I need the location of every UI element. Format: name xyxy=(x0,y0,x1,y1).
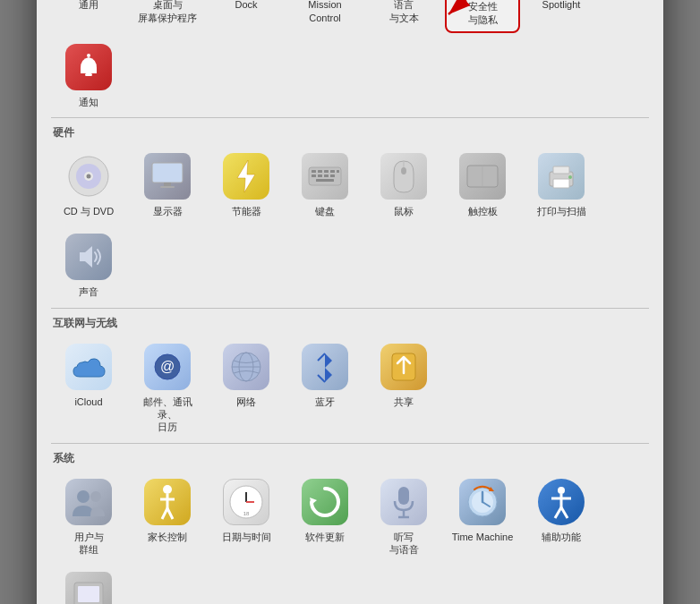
pref-security[interactable]: 安全性与隐私 xyxy=(445,0,520,33)
accessibility-label: 辅助功能 xyxy=(542,531,581,543)
print-label: 打印与扫描 xyxy=(537,205,586,217)
pref-trackpad[interactable]: 触控板 xyxy=(445,146,520,223)
pref-dictation[interactable]: 听写与语音 xyxy=(366,472,441,562)
system-preferences-window: 系统偏好设置 ◀ ▶ 全部显示 🔍 个人 📄 通用 xyxy=(37,0,663,604)
share-label: 共享 xyxy=(394,396,414,408)
pref-timemachine[interactable]: Time Machine xyxy=(445,472,520,562)
svg-rect-39 xyxy=(316,179,334,182)
pref-mission[interactable]: MissionControl xyxy=(287,0,363,33)
pref-desktop[interactable]: 桌面与屏幕保护程序 xyxy=(130,0,205,33)
pref-icloud[interactable]: iCloud xyxy=(51,336,126,439)
trackpad-label: 触控板 xyxy=(468,205,498,217)
display-icon xyxy=(144,153,191,200)
pref-mail[interactable]: @ 邮件、通讯录、日历 xyxy=(130,336,205,439)
svg-rect-34 xyxy=(337,170,339,173)
svg-line-54 xyxy=(318,375,325,382)
svg-text:18: 18 xyxy=(243,511,250,516)
pref-display[interactable]: 显示器 xyxy=(130,146,205,223)
network-icon xyxy=(223,344,269,390)
pref-network[interactable]: 网络 xyxy=(209,336,284,439)
mission-label: MissionControl xyxy=(308,0,341,24)
pref-energy[interactable]: 节能器 xyxy=(209,146,284,223)
pref-spotlight[interactable]: Spotlight xyxy=(524,0,599,33)
svg-rect-33 xyxy=(330,170,335,173)
svg-rect-27 xyxy=(164,183,171,186)
svg-line-80 xyxy=(561,507,568,518)
svg-rect-28 xyxy=(160,186,175,188)
parental-label: 家长控制 xyxy=(148,531,187,543)
svg-point-76 xyxy=(558,487,565,494)
keyboard-label: 键盘 xyxy=(315,205,335,217)
pref-software[interactable]: 软件更新 xyxy=(287,472,363,562)
pref-dvd[interactable]: CD 与 DVD xyxy=(51,146,126,223)
pref-keyboard[interactable]: 键盘 xyxy=(287,146,363,223)
share-icon xyxy=(380,344,427,390)
pref-accessibility[interactable]: 辅助功能 xyxy=(524,472,599,562)
print-icon xyxy=(538,153,585,200)
desktop-label: 桌面与屏幕保护程序 xyxy=(138,0,197,24)
sound-label: 声音 xyxy=(79,285,98,298)
startup-icon xyxy=(65,572,112,604)
general-label: 通用 xyxy=(79,0,98,12)
pref-mouse[interactable]: 鼠标 xyxy=(366,146,441,223)
pref-general[interactable]: 📄 通用 xyxy=(51,0,126,33)
pref-dock[interactable]: Dock xyxy=(209,0,284,33)
bluetooth-icon xyxy=(302,344,348,390)
svg-point-25 xyxy=(87,174,91,179)
svg-rect-38 xyxy=(330,174,335,177)
icloud-icon xyxy=(65,344,112,390)
svg-line-61 xyxy=(162,508,167,519)
svg-line-62 xyxy=(167,508,173,519)
svg-rect-31 xyxy=(318,170,322,173)
svg-rect-82 xyxy=(78,586,99,602)
svg-point-57 xyxy=(90,491,101,502)
display-label: 显示器 xyxy=(153,205,183,217)
pref-sound[interactable]: 声音 xyxy=(51,226,126,303)
dvd-icon xyxy=(65,153,112,200)
parental-icon xyxy=(144,479,191,525)
svg-rect-68 xyxy=(398,487,409,505)
pref-print[interactable]: 打印与扫描 xyxy=(524,146,599,223)
users-icon xyxy=(65,479,112,525)
section-label-hardware: 硬件 xyxy=(53,125,649,140)
pref-notify[interactable]: 通知 xyxy=(51,37,126,114)
svg-line-79 xyxy=(555,507,561,518)
energy-icon xyxy=(223,153,269,200)
mouse-label: 鼠标 xyxy=(394,205,414,217)
svg-rect-35 xyxy=(312,174,316,177)
icloud-label: iCloud xyxy=(74,396,102,408)
bluetooth-label: 蓝牙 xyxy=(315,396,335,408)
pref-users[interactable]: 用户与群组 xyxy=(51,472,126,562)
svg-point-56 xyxy=(77,490,90,503)
pref-share[interactable]: 共享 xyxy=(366,336,441,439)
mail-label: 邮件、通讯录、日历 xyxy=(133,396,201,434)
pref-startup[interactable]: 启动磁盘 xyxy=(51,565,126,604)
dvd-label: CD 与 DVD xyxy=(64,205,114,217)
software-icon xyxy=(302,479,348,525)
mouse-icon xyxy=(380,153,427,200)
svg-rect-36 xyxy=(318,174,322,177)
section-label-system: 系统 xyxy=(53,451,649,466)
svg-rect-45 xyxy=(553,166,569,174)
internet-grid: iCloud @ 邮件、通讯录、日历 网络 xyxy=(51,336,649,439)
timemachine-label: Time Machine xyxy=(452,531,514,543)
svg-rect-21 xyxy=(85,73,92,76)
security-label: 安全性与隐私 xyxy=(468,0,498,26)
dictation-icon xyxy=(380,479,427,525)
pref-lang[interactable]: 语言与文本 xyxy=(366,0,441,33)
svg-point-41 xyxy=(401,167,406,174)
svg-rect-26 xyxy=(152,163,183,183)
notify-icon xyxy=(65,44,112,90)
hardware-grid: CD 与 DVD 显示器 节能器 xyxy=(51,146,649,304)
keyboard-icon xyxy=(302,153,348,200)
users-label: 用户与群组 xyxy=(74,531,104,557)
timemachine-icon xyxy=(459,479,506,525)
lang-label: 语言与文本 xyxy=(389,0,419,24)
divider-internet xyxy=(51,443,649,444)
software-label: 软件更新 xyxy=(305,531,345,543)
pref-parental[interactable]: 家长控制 xyxy=(130,472,205,562)
datetime-icon: 18 xyxy=(223,479,269,525)
pref-datetime[interactable]: 18 日期与时间 xyxy=(209,472,284,562)
svg-line-53 xyxy=(318,353,325,361)
pref-bluetooth[interactable]: 蓝牙 xyxy=(287,336,363,439)
